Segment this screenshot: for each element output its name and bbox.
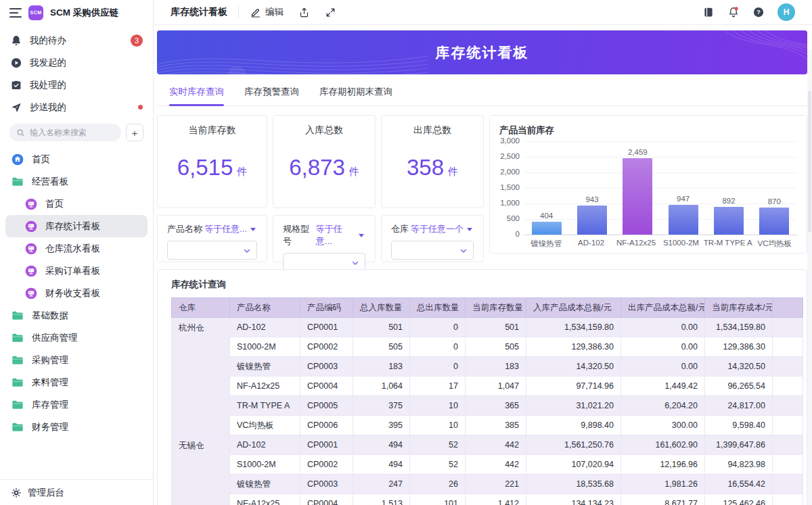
bar-slot: 404 <box>524 212 569 235</box>
table-row[interactable]: NF-A12x25CP00041,5131011,412134,134.238,… <box>172 494 803 505</box>
table-row[interactable]: VC均热板CP0006395103859,898.40300.009,598.4… <box>172 416 803 435</box>
filter-condition-dropdown[interactable]: 等于任意... <box>204 223 256 235</box>
menu-item-财务管理[interactable]: 财务管理 <box>5 416 148 438</box>
table-cell: 17 <box>410 377 466 396</box>
table-title: 库存统计查询 <box>158 270 807 291</box>
folder-icon <box>11 309 24 322</box>
table-row[interactable]: 无锡仓AD-102CP0001494524421,561,250.76161,6… <box>172 435 803 455</box>
tab-3[interactable]: 库存期初期末查询 <box>319 80 392 105</box>
menu-item-供应商管理[interactable]: 供应商管理 <box>5 327 148 349</box>
bell-icon[interactable] <box>727 6 740 18</box>
table-cell-empty <box>773 455 803 475</box>
tab-2[interactable]: 库存预警查询 <box>244 80 299 105</box>
sidebar: SCM SCM 采购供应链 我的待办3我发起的我处理的抄送我的 + 首页经营看板… <box>0 0 154 505</box>
search-input[interactable] <box>30 128 104 137</box>
bar-TR-M TYPE A[interactable] <box>714 207 744 235</box>
table-cell: 375 <box>353 396 410 416</box>
dashboard-icon <box>24 242 38 256</box>
bar-S1000-2M[interactable] <box>669 205 698 235</box>
table-row[interactable]: TR-M TYPE ACP00053751036531,021.206,204.… <box>172 396 803 416</box>
table-row[interactable]: 杭州仓AD-102CP000150105011,534,159.800.001,… <box>172 318 803 337</box>
bar-value-label: 947 <box>677 195 690 203</box>
menu-item-采购管理[interactable]: 采购管理 <box>5 349 148 371</box>
table-cell: 0 <box>410 357 466 377</box>
stat-unit: 件 <box>349 166 359 177</box>
sidebar-item-label: 我处理的 <box>30 79 66 91</box>
filter-condition-text: 等于任意... <box>316 223 355 247</box>
menu-item-财务收支看板[interactable]: 财务收支看板 <box>5 282 148 304</box>
y-axis-tick: 2,500 <box>493 152 520 160</box>
table-cell: 24,817.00 <box>705 396 773 416</box>
menu-item-首页[interactable]: 首页 <box>5 193 148 215</box>
table-cell: 镀镍热管 <box>230 475 300 494</box>
edit-button[interactable]: 编辑 <box>250 6 284 18</box>
search-box[interactable] <box>9 124 121 141</box>
table-cell: NF-A12x25 <box>230 494 300 505</box>
dashboard-icon <box>24 264 38 278</box>
table-row[interactable]: 镀镍热管CP00032472622118,535.681,981.2616,55… <box>172 475 803 494</box>
filter-condition-dropdown[interactable]: 等于任意... <box>316 223 364 247</box>
bar-NF-A12x25[interactable] <box>623 158 652 235</box>
add-button[interactable]: + <box>126 124 143 141</box>
chart-title: 产品当前库存 <box>499 124 554 137</box>
menu-item-库存统计看板[interactable]: 库存统计看板 <box>5 215 148 237</box>
bar-AD-102[interactable] <box>577 206 607 235</box>
sidebar-item-send[interactable]: 抄送我的 <box>0 96 153 118</box>
table-cell: 221 <box>466 475 526 494</box>
y-axis-tick: 1,500 <box>493 183 520 191</box>
bar-VC均热板[interactable] <box>759 208 789 235</box>
table-row[interactable]: S1000-2MCP000249452442107,020.9412,196.9… <box>172 455 803 475</box>
table-cell: CP0002 <box>300 455 353 475</box>
sidebar-search-row: + <box>9 124 143 141</box>
avatar[interactable]: H <box>777 3 795 21</box>
scrollbar[interactable] <box>807 50 812 505</box>
menu-item-首页[interactable]: 首页 <box>5 148 148 170</box>
menu-item-来料管理[interactable]: 来料管理 <box>5 371 148 393</box>
share-icon[interactable] <box>298 7 310 18</box>
bell-icon <box>10 34 22 47</box>
inventory-table: 仓库产品名称产品编码总入库数量总出库数量当前库存数量入库产品成本总额/元出库产品… <box>171 297 803 505</box>
table-row[interactable]: NF-A12x25CP00041,064171,04797,714.961,44… <box>172 377 803 396</box>
table-cell: 0.00 <box>621 318 705 337</box>
filter-select[interactable] <box>391 241 474 260</box>
banner-title: 库存统计看板 <box>436 43 529 62</box>
sidebar-item-bell[interactable]: 我的待办3 <box>0 29 153 51</box>
table-row[interactable]: S1000-2MCP00025050505129,386.300.00129,3… <box>172 337 803 357</box>
folder-icon <box>11 175 24 189</box>
bar-镀镍热管[interactable] <box>532 222 562 235</box>
filter-select[interactable] <box>167 241 257 260</box>
main: 库存统计看板 编辑 ? H <box>154 0 812 505</box>
table-cell: 1,513 <box>353 494 410 505</box>
table-cell: 501 <box>353 318 410 337</box>
sidebar-item-play[interactable]: 我发起的 <box>0 51 153 74</box>
help-icon[interactable]: ? <box>752 6 765 18</box>
task-icon <box>10 79 22 91</box>
menu-item-基础数据[interactable]: 基础数据 <box>5 304 148 327</box>
stat-value: 358件 <box>382 155 483 181</box>
menu-item-库存管理[interactable]: 库存管理 <box>5 393 148 416</box>
table-cell: CP0002 <box>300 337 353 357</box>
journal-icon[interactable] <box>702 6 715 18</box>
x-axis-labels: 镀镍热管AD-102NF-A12x25S1000-2MTR-M TYPE AVC… <box>524 239 797 249</box>
table-row[interactable]: 镀镍热管CP0003183018314,320.500.0014,320.50 <box>172 357 803 377</box>
table-cell-empty <box>773 337 803 357</box>
gear-icon <box>11 487 22 498</box>
menu-item-采购订单看板[interactable]: 采购订单看板 <box>5 260 148 282</box>
x-axis-tick: TR-M TYPE A <box>704 239 752 249</box>
sidebar-item-task[interactable]: 我处理的 <box>0 74 153 96</box>
table-cell: CP0003 <box>300 475 353 494</box>
menu-item-label: 采购订单看板 <box>45 265 100 277</box>
bar-slot: 947 <box>660 195 706 235</box>
column-header: 当前库存数量 <box>466 298 526 318</box>
menu-item-仓库流水看板[interactable]: 仓库流水看板 <box>5 237 148 260</box>
scrollbar-thumb[interactable] <box>808 91 811 233</box>
search-icon <box>16 128 25 137</box>
filter-condition-dropdown[interactable]: 等于任意一个 <box>411 223 472 235</box>
admin-console-item[interactable]: 管理后台 <box>0 479 153 505</box>
table-cell: 10 <box>410 416 466 435</box>
fullscreen-icon[interactable] <box>325 7 336 18</box>
menu-item-经营看板[interactable]: 经营看板 <box>5 170 148 193</box>
table-cell: 501 <box>466 318 526 337</box>
tab-1[interactable]: 实时库存查询 <box>169 80 224 105</box>
collapse-sidebar-icon[interactable] <box>9 8 22 18</box>
